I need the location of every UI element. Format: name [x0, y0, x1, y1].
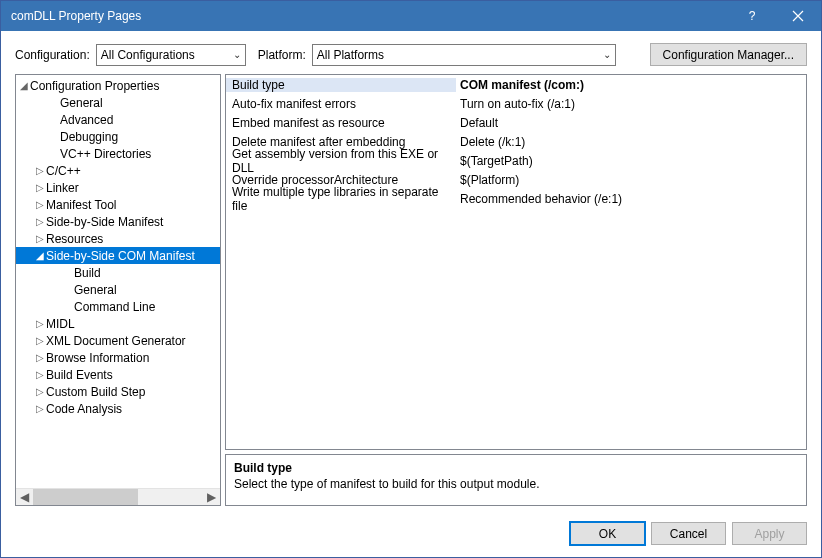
tree-label: Code Analysis: [46, 402, 122, 416]
tree-item[interactable]: Command Line: [16, 298, 220, 315]
tree-item[interactable]: ▷Linker: [16, 179, 220, 196]
expand-collapse-icon: ◢: [18, 80, 30, 91]
expand-collapse-icon: ▷: [34, 369, 46, 380]
expand-collapse-icon: ▷: [34, 165, 46, 176]
expand-collapse-icon: ▷: [34, 318, 46, 329]
help-icon: ?: [749, 9, 756, 23]
tree-label: Command Line: [74, 300, 155, 314]
property-value[interactable]: Recommended behavior (/e:1): [456, 192, 806, 206]
window-title: comDLL Property Pages: [11, 9, 141, 23]
close-button[interactable]: [775, 1, 821, 31]
property-row[interactable]: Auto-fix manifest errorsTurn on auto-fix…: [226, 94, 806, 113]
property-row[interactable]: Write multiple type libraries in separat…: [226, 189, 806, 208]
platform-label: Platform:: [258, 48, 306, 62]
close-icon: [792, 10, 804, 22]
triangle-left-icon: ◀: [20, 490, 29, 504]
apply-button: Apply: [732, 522, 807, 545]
ok-button[interactable]: OK: [570, 522, 645, 545]
chevron-down-icon: ⌄: [603, 49, 611, 60]
cancel-label: Cancel: [670, 527, 707, 541]
configuration-label: Configuration:: [15, 48, 90, 62]
tree-item[interactable]: ▷Custom Build Step: [16, 383, 220, 400]
tree-label: VC++ Directories: [60, 147, 151, 161]
description-title: Build type: [234, 461, 798, 475]
tree-item[interactable]: ▷XML Document Generator: [16, 332, 220, 349]
platform-combo[interactable]: All Platforms ⌄: [312, 44, 616, 66]
property-value[interactable]: $(Platform): [456, 173, 806, 187]
property-name: Auto-fix manifest errors: [226, 97, 456, 111]
tree-label: Build Events: [46, 368, 113, 382]
property-value[interactable]: Default: [456, 116, 806, 130]
chevron-down-icon: ⌄: [233, 49, 241, 60]
expand-collapse-icon: ▷: [34, 352, 46, 363]
triangle-right-icon: ▶: [207, 490, 216, 504]
configuration-value: All Configurations: [101, 48, 227, 62]
property-row[interactable]: Get assembly version from this EXE or DL…: [226, 151, 806, 170]
expand-collapse-icon: ▷: [34, 403, 46, 414]
scroll-thumb[interactable]: [33, 489, 138, 506]
tree-label: XML Document Generator: [46, 334, 186, 348]
description-pane: Build type Select the type of manifest t…: [225, 454, 807, 506]
tree-label: General: [60, 96, 103, 110]
property-row[interactable]: Embed manifest as resourceDefault: [226, 113, 806, 132]
tree-label: Debugging: [60, 130, 118, 144]
tree-item[interactable]: VC++ Directories: [16, 145, 220, 162]
property-value[interactable]: Turn on auto-fix (/a:1): [456, 97, 806, 111]
tree-hscrollbar[interactable]: ◀ ▶: [16, 488, 220, 505]
property-value[interactable]: $(TargetPath): [456, 154, 806, 168]
tree-item[interactable]: Advanced: [16, 111, 220, 128]
tree-item[interactable]: ▷Browse Information: [16, 349, 220, 366]
tree-label: Resources: [46, 232, 103, 246]
tree-item[interactable]: ▷MIDL: [16, 315, 220, 332]
expand-collapse-icon: ▷: [34, 216, 46, 227]
tree-item[interactable]: General: [16, 94, 220, 111]
tree-item[interactable]: ▷Resources: [16, 230, 220, 247]
property-grid[interactable]: Build typeCOM manifest (/com:)Auto-fix m…: [225, 74, 807, 450]
property-name: Write multiple type libraries in separat…: [226, 185, 456, 213]
tree-item[interactable]: Debugging: [16, 128, 220, 145]
property-value[interactable]: COM manifest (/com:): [456, 78, 806, 92]
tree-item[interactable]: ▷Manifest Tool: [16, 196, 220, 213]
tree-item[interactable]: ▷Side-by-Side Manifest: [16, 213, 220, 230]
tree-item[interactable]: Build: [16, 264, 220, 281]
tree-label: Side-by-Side Manifest: [46, 215, 163, 229]
expand-collapse-icon: ▷: [34, 335, 46, 346]
tree-label: Configuration Properties: [30, 79, 159, 93]
expand-collapse-icon: ▷: [34, 199, 46, 210]
cancel-button[interactable]: Cancel: [651, 522, 726, 545]
tree-root[interactable]: ◢Configuration Properties: [16, 77, 220, 94]
scroll-right-button[interactable]: ▶: [203, 489, 220, 506]
tree-label: Advanced: [60, 113, 113, 127]
tree-label: Manifest Tool: [46, 198, 116, 212]
tree-item[interactable]: General: [16, 281, 220, 298]
tree-item[interactable]: ▷Code Analysis: [16, 400, 220, 417]
tree-item[interactable]: ▷Build Events: [16, 366, 220, 383]
tree-item[interactable]: ▷C/C++: [16, 162, 220, 179]
configuration-manager-label: Configuration Manager...: [663, 48, 794, 62]
configuration-manager-button[interactable]: Configuration Manager...: [650, 43, 807, 66]
scroll-track[interactable]: [33, 489, 203, 506]
nav-tree-body[interactable]: ◢Configuration PropertiesGeneralAdvanced…: [16, 75, 220, 488]
scroll-left-button[interactable]: ◀: [16, 489, 33, 506]
nav-tree: ◢Configuration PropertiesGeneralAdvanced…: [15, 74, 221, 506]
expand-collapse-icon: ◢: [34, 250, 46, 261]
tree-label: Linker: [46, 181, 79, 195]
tree-label: Browse Information: [46, 351, 149, 365]
apply-label: Apply: [754, 527, 784, 541]
expand-collapse-icon: ▷: [34, 233, 46, 244]
tree-item[interactable]: ◢Side-by-Side COM Manifest: [16, 247, 220, 264]
help-button[interactable]: ?: [729, 1, 775, 31]
tree-label: Custom Build Step: [46, 385, 145, 399]
ok-label: OK: [599, 527, 616, 541]
property-name: Build type: [226, 78, 456, 92]
expand-collapse-icon: ▷: [34, 386, 46, 397]
property-row[interactable]: Build typeCOM manifest (/com:): [226, 75, 806, 94]
tree-label: C/C++: [46, 164, 81, 178]
titlebar: comDLL Property Pages ?: [1, 1, 821, 31]
configuration-combo[interactable]: All Configurations ⌄: [96, 44, 246, 66]
tree-label: MIDL: [46, 317, 75, 331]
tree-label: General: [74, 283, 117, 297]
property-name: Get assembly version from this EXE or DL…: [226, 147, 456, 175]
property-value[interactable]: Delete (/k:1): [456, 135, 806, 149]
config-toolbar: Configuration: All Configurations ⌄ Plat…: [1, 31, 821, 74]
